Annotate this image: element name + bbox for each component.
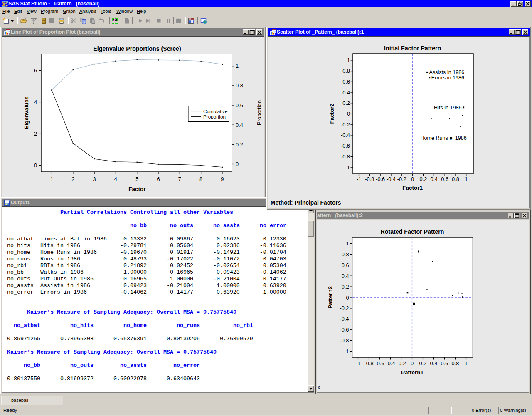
svg-text:0: 0 xyxy=(346,295,349,301)
svg-text:0.4: 0.4 xyxy=(430,360,438,366)
svg-text:Factor1: Factor1 xyxy=(402,185,423,191)
svg-text:Cumulative: Cumulative xyxy=(203,109,227,114)
svg-text:0.6: 0.6 xyxy=(342,262,349,268)
svg-text:-0.8: -0.8 xyxy=(340,337,349,344)
svg-text:-0.6: -0.6 xyxy=(375,360,384,366)
svg-text:Hits in 1986: Hits in 1986 xyxy=(434,105,462,111)
svg-text:6: 6 xyxy=(34,67,37,74)
svg-text:-1: -1 xyxy=(345,164,350,171)
svg-text:3: 3 xyxy=(93,176,96,182)
svg-text:0.4: 0.4 xyxy=(342,89,350,96)
svg-text:0.4: 0.4 xyxy=(236,122,243,128)
svg-text:1: 1 xyxy=(347,57,350,63)
svg-text:0: 0 xyxy=(236,161,239,167)
svg-text:-0.4: -0.4 xyxy=(387,176,396,182)
svg-text:0.6: 0.6 xyxy=(236,102,243,109)
svg-text:4: 4 xyxy=(114,176,117,182)
svg-text:0: 0 xyxy=(34,162,37,168)
svg-text:0.4: 0.4 xyxy=(342,273,349,279)
svg-text:0.2: 0.2 xyxy=(236,141,243,148)
svg-text:5: 5 xyxy=(135,176,138,182)
svg-text:Eigenvalues: Eigenvalues xyxy=(23,97,30,129)
svg-text:0.6: 0.6 xyxy=(441,176,448,182)
svg-text:0: 0 xyxy=(411,360,414,366)
svg-text:Factor2: Factor2 xyxy=(329,104,335,124)
svg-text:0.8: 0.8 xyxy=(342,251,349,258)
svg-text:-0.6: -0.6 xyxy=(341,143,350,149)
svg-text:0.6: 0.6 xyxy=(441,360,448,366)
svg-text:-0.2: -0.2 xyxy=(397,360,406,366)
svg-text:-0.6: -0.6 xyxy=(376,176,385,182)
svg-text:Factor: Factor xyxy=(128,186,146,192)
svg-text:-0.8: -0.8 xyxy=(364,360,373,366)
svg-text:0.4: 0.4 xyxy=(430,176,438,182)
svg-text:Proportion: Proportion xyxy=(203,114,226,119)
svg-text:Errors in 1986: Errors in 1986 xyxy=(431,75,464,81)
svg-text:1: 1 xyxy=(236,63,239,69)
svg-text:-0.4: -0.4 xyxy=(341,132,350,138)
svg-text:-1: -1 xyxy=(356,360,360,366)
svg-text:8: 8 xyxy=(200,176,202,182)
svg-text:Pattern2: Pattern2 xyxy=(327,286,333,309)
svg-text:0: 0 xyxy=(411,176,414,182)
svg-text:2: 2 xyxy=(71,176,74,182)
svg-text:7: 7 xyxy=(178,176,181,182)
svg-text:0.8: 0.8 xyxy=(452,360,459,366)
svg-text:0: 0 xyxy=(347,111,350,117)
svg-text:Pattern1: Pattern1 xyxy=(401,369,424,376)
svg-text:-0.4: -0.4 xyxy=(340,316,349,322)
svg-text:x: x xyxy=(318,384,320,390)
svg-text:0.8: 0.8 xyxy=(452,176,459,182)
svg-text:-0.8: -0.8 xyxy=(365,176,374,182)
svg-text:1: 1 xyxy=(50,176,53,182)
svg-text:Eigenvalue Proportions (Scree): Eigenvalue Proportions (Scree) xyxy=(93,45,181,52)
svg-text:4: 4 xyxy=(34,99,37,105)
svg-text:-0.8: -0.8 xyxy=(341,154,350,160)
svg-text:-0.2: -0.2 xyxy=(341,121,350,128)
svg-text:9: 9 xyxy=(221,176,224,182)
svg-text:-0.2: -0.2 xyxy=(340,305,349,311)
svg-text:-0.4: -0.4 xyxy=(386,360,395,366)
svg-text:-1: -1 xyxy=(357,176,361,182)
svg-text:1: 1 xyxy=(346,240,349,247)
svg-text:Home Runs in 1986: Home Runs in 1986 xyxy=(420,135,466,141)
svg-text:0.2: 0.2 xyxy=(342,284,349,290)
svg-text:0.2: 0.2 xyxy=(419,360,427,366)
svg-text:-0.2: -0.2 xyxy=(397,176,406,182)
svg-text:0.6: 0.6 xyxy=(342,79,350,85)
svg-text:Method: Principal Factors: Method: Principal Factors xyxy=(271,200,341,206)
svg-text:1: 1 xyxy=(465,360,468,366)
svg-text:0.8: 0.8 xyxy=(342,68,350,74)
svg-text:6: 6 xyxy=(157,176,160,182)
svg-text:-0.6: -0.6 xyxy=(340,327,349,333)
svg-text:Proportion: Proportion xyxy=(256,100,262,125)
svg-text:0.2: 0.2 xyxy=(420,176,427,182)
svg-text:1: 1 xyxy=(465,176,468,182)
svg-text:0.2: 0.2 xyxy=(342,100,350,106)
svg-text:Rotated Factor Pattern: Rotated Factor Pattern xyxy=(381,228,444,235)
svg-text:-1: -1 xyxy=(344,348,349,354)
svg-text:0.8: 0.8 xyxy=(236,82,243,89)
svg-text:Initial Factor Pattern: Initial Factor Pattern xyxy=(384,45,441,52)
svg-text:2: 2 xyxy=(34,131,37,137)
